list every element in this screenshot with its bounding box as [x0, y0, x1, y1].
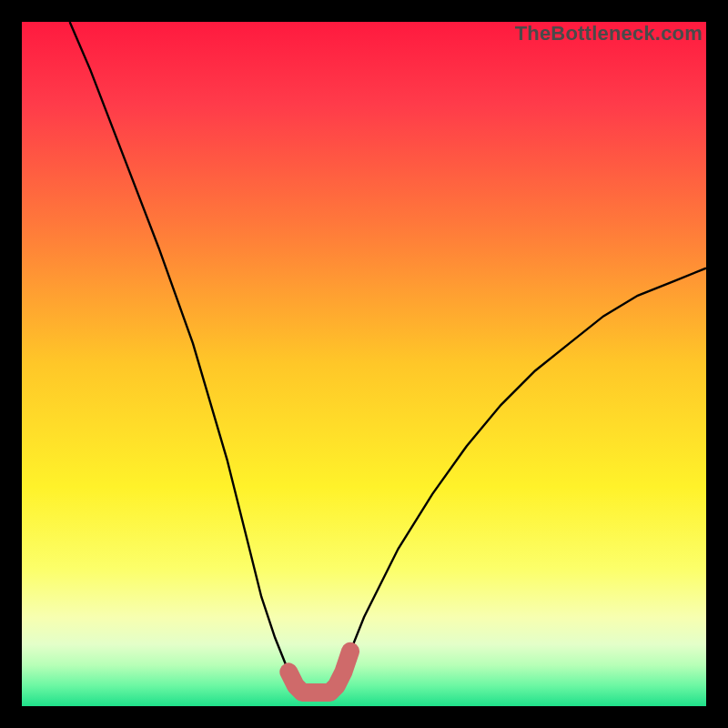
- bottleneck-curve: [22, 22, 706, 706]
- curve-line: [70, 22, 706, 693]
- chart-frame: TheBottleneck.com: [0, 0, 728, 728]
- plot-area: [22, 22, 706, 706]
- watermark-label: TheBottleneck.com: [515, 22, 703, 46]
- highlight-bottom: [288, 652, 350, 693]
